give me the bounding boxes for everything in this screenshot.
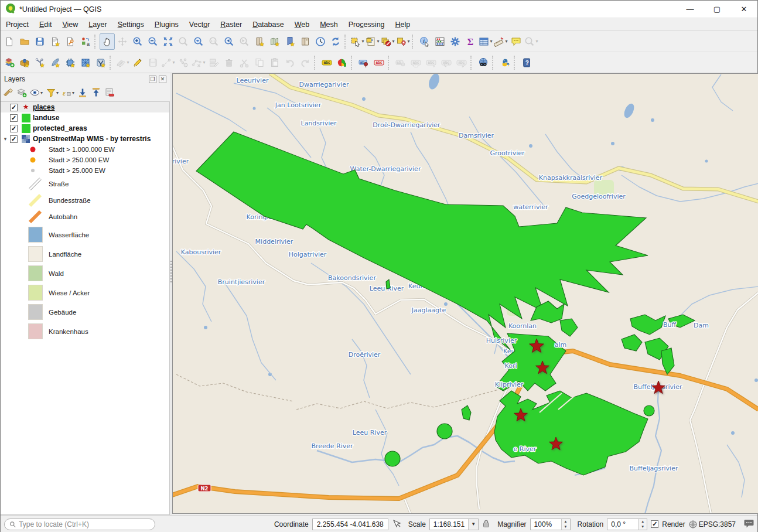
legend-item[interactable]: Autobahn [1, 209, 169, 225]
legend-item[interactable]: Gebäude [1, 302, 169, 322]
legend-item[interactable]: Stadt > 25.000 EW [1, 165, 169, 176]
menu-processing[interactable]: Processing [343, 19, 390, 30]
new-project-button[interactable] [2, 33, 17, 50]
legend-item[interactable]: Wasserfläche [1, 225, 169, 244]
temporal-controller-button[interactable] [313, 33, 328, 50]
data-source-manager-button[interactable] [2, 54, 17, 71]
legend-item[interactable]: Wiese / Acker [1, 283, 169, 302]
extent-toggle-icon[interactable] [392, 519, 401, 530]
legend-item[interactable]: Landfläche [1, 244, 169, 264]
lock-scale-icon[interactable] [482, 519, 490, 530]
select-features-button[interactable]: ▾ [350, 33, 365, 50]
manage-map-themes-button[interactable]: ▾ [30, 87, 43, 98]
close-button[interactable]: ✕ [730, 1, 757, 18]
identify-features-button[interactable]: i [417, 33, 432, 50]
messages-icon[interactable] [744, 519, 754, 530]
menu-mesh[interactable]: Mesh [315, 19, 343, 30]
new-gpx-layer-button[interactable] [93, 54, 108, 71]
rotation-spin-arrows[interactable]: ▲▼ [638, 519, 647, 530]
layer-diagram-options-button[interactable] [334, 54, 350, 71]
refresh-map-button[interactable] [328, 33, 343, 50]
show-statistics-button[interactable]: Σ [463, 33, 478, 50]
layer-labeling-options-button[interactable]: abc [319, 54, 334, 71]
maximize-button[interactable]: ▢ [704, 1, 730, 18]
measure-line-button[interactable]: ▾ [493, 33, 508, 50]
coordinate-value[interactable]: 2.255.454 -4.041.638 [312, 519, 388, 530]
new-spatial-bookmark-button[interactable] [252, 33, 267, 50]
toggle-editing-button[interactable] [130, 54, 145, 71]
pin-labels-button[interactable]: ab [356, 54, 371, 71]
show-layout-manager-button[interactable] [63, 33, 78, 50]
render-checkbox[interactable]: ✓ [651, 520, 658, 528]
new-bookmark-button[interactable] [282, 33, 298, 50]
map-canvas[interactable]: LeeurivierDwarriegarivierJan Lootsrivier… [172, 73, 758, 514]
layer-checkbox[interactable]: ✓ [10, 114, 18, 122]
menu-database[interactable]: Database [247, 19, 289, 30]
minimize-button[interactable]: — [677, 1, 704, 18]
layer-checkbox[interactable]: ✓ [10, 104, 18, 111]
deselect-features-button[interactable]: ▾ [380, 33, 395, 50]
legend-item[interactable]: Wald [1, 264, 169, 283]
select-by-location-button[interactable]: ▾ [395, 33, 411, 50]
new-geopackage-layer-button[interactable] [17, 54, 32, 71]
expand-all-button[interactable] [77, 87, 88, 98]
style-manager-button[interactable]: a [78, 33, 93, 50]
highlight-pinned-labels-button[interactable]: abc [371, 54, 387, 71]
save-project-button[interactable] [32, 33, 47, 50]
metasearch-button[interactable] [476, 54, 491, 71]
zoom-in-button[interactable] [130, 33, 145, 50]
new-virtual-layer-button[interactable] [63, 54, 78, 71]
show-bookmarks-button[interactable] [298, 33, 313, 50]
scale-combo[interactable]: 1:168.151 ▼ [429, 519, 479, 530]
menu-plugins[interactable]: Plugins [149, 19, 184, 30]
open-project-button[interactable] [17, 33, 32, 50]
layer-item-openstreetmap[interactable]: ▾✓OpenStreetMap WMS - by terrestris [1, 134, 169, 144]
layer-item-places[interactable]: ✓places [1, 102, 169, 112]
panel-close-button[interactable]: ✕ [159, 76, 166, 83]
new-shapefile-layer-button[interactable] [32, 54, 47, 71]
show-spatial-bookmarks-button[interactable] [267, 33, 282, 50]
select-features-by-value-button[interactable]: ▾ [365, 33, 380, 50]
map-tips-button[interactable] [508, 33, 524, 50]
layer-item-protected_areas[interactable]: ✓protected_areas [1, 123, 169, 134]
zoom-last-button[interactable] [221, 33, 237, 50]
zoom-full-button[interactable] [161, 33, 176, 50]
locator-input[interactable] [19, 520, 150, 528]
panel-float-button[interactable]: ❐ [149, 76, 156, 83]
pan-map-button[interactable] [100, 33, 115, 50]
python-console-button[interactable] [497, 54, 513, 71]
legend-item[interactable]: Stadt > 250.000 EW [1, 155, 169, 165]
magnifier-spinbox[interactable]: 100% ▲▼ [530, 519, 571, 530]
expander-icon[interactable]: ▾ [1, 136, 10, 142]
menu-raster[interactable]: Raster [215, 19, 247, 30]
new-spatialite-layer-button[interactable] [47, 54, 63, 71]
layer-checkbox[interactable]: ✓ [10, 125, 18, 132]
legend-item[interactable]: Krankenhaus [1, 322, 169, 341]
scale-dropdown-icon[interactable]: ▼ [468, 519, 478, 530]
collapse-all-button[interactable] [91, 87, 101, 98]
layer-checkbox[interactable]: ✓ [10, 135, 18, 143]
add-group-button[interactable] [16, 87, 27, 98]
remove-layer-button[interactable] [104, 87, 115, 98]
menu-edit[interactable]: Edit [34, 19, 57, 30]
crs-status[interactable]: EPSG:3857 [689, 520, 736, 528]
menu-layer[interactable]: Layer [83, 19, 112, 30]
locator-search[interactable] [4, 519, 155, 530]
open-layer-styling-button[interactable] [3, 87, 13, 98]
help-contents-button[interactable]: ? [519, 54, 534, 71]
menu-project[interactable]: Project [1, 19, 34, 30]
zoom-to-layer-button[interactable] [191, 33, 206, 50]
zoom-out-button[interactable] [145, 33, 161, 50]
filter-legend-button[interactable]: ▾ [46, 87, 59, 98]
menu-vector[interactable]: Vector [184, 19, 215, 30]
menu-web[interactable]: Web [289, 19, 315, 30]
menu-settings[interactable]: Settings [112, 19, 149, 30]
legend-item[interactable]: Straße [1, 176, 169, 192]
filter-by-expression-button[interactable]: ε▾ [62, 87, 74, 98]
menu-view[interactable]: View [57, 19, 83, 30]
new-print-layout-button[interactable] [47, 33, 63, 50]
open-attribute-table-button[interactable]: ▾ [478, 33, 493, 50]
legend-item[interactable]: Bundesstraße [1, 192, 169, 209]
new-mesh-layer-button[interactable] [78, 54, 93, 71]
processing-toolbox-button[interactable] [448, 33, 463, 50]
